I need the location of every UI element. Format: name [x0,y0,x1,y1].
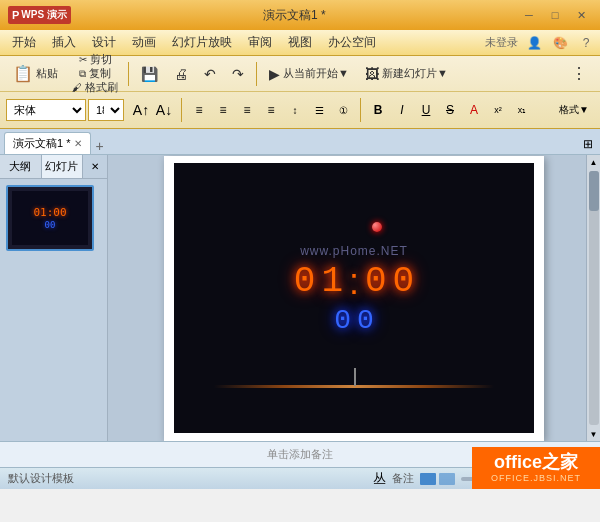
main-slide-area[interactable]: www.pHome.NET 0 1 : 0 0 0 0 [108,155,600,441]
format-painter-icon: 🖌 [72,82,82,93]
redo-button[interactable]: ↷ [225,60,251,88]
font-color-button[interactable]: A [463,99,485,121]
watermark-text: www.pHome.NET [300,244,408,258]
close-button[interactable]: ✕ [570,5,592,25]
outline-tab[interactable]: 大纲 [0,155,42,178]
start-slideshow-button[interactable]: ▶ 从当前开始▼ [262,60,356,88]
menu-start[interactable]: 开始 [4,32,44,54]
score-digit-2: 0 [365,264,387,300]
new-slide-icon: 🖼 [365,66,379,82]
print-button[interactable] [167,60,195,88]
separator1 [128,62,129,86]
tab-close-button[interactable]: ✕ [74,138,82,149]
new-slide-button[interactable]: 🖼 新建幻灯片▼ [358,60,455,88]
strikethrough-button[interactable]: S [439,99,461,121]
menu-design[interactable]: 设计 [84,32,124,54]
template-name: 默认设计模板 [8,471,74,486]
scroll-up-button[interactable]: ▲ [587,155,601,169]
toolbar1: 粘贴 ✂ 剪切 ⧉ 复制 🖌 格式刷 ↶ ↷ [0,56,600,92]
menu-review[interactable]: 审阅 [240,32,280,54]
italic-button[interactable]: I [391,99,413,121]
line-spacing-button[interactable]: ↕ [284,99,306,121]
paste-label: 粘贴 [36,66,58,81]
slide-content[interactable]: www.pHome.NET 0 1 : 0 0 0 0 [174,163,534,433]
paste-icon [13,64,33,83]
score-digit-0: 0 [294,264,316,300]
document-tab[interactable]: 演示文稿1 * ✕ [4,132,91,154]
titlebar: P WPS 演示 演示文稿1 * ─ □ ✕ [0,0,600,30]
align-left-button[interactable]: ≡ [188,99,210,121]
vertical-scrollbar[interactable]: ▲ ▼ [586,155,600,441]
undo-button[interactable]: ↶ [197,60,223,88]
bold-button[interactable]: B [367,99,389,121]
panel-tabs: 大纲 幻灯片 ✕ [0,155,107,179]
toolbar-area: 粘贴 ✂ 剪切 ⧉ 复制 🖌 格式刷 ↶ ↷ [0,56,600,129]
format-painter-button[interactable]: 🖌 格式刷 [67,81,123,94]
slide-container: www.pHome.NET 0 1 : 0 0 0 0 [164,156,544,441]
new-tab-button[interactable]: + [95,138,103,154]
view-icons [420,473,455,485]
slide-thumbnail-1[interactable]: 01:00 00 [6,185,94,251]
font-name-select[interactable]: 宋体 [6,99,86,121]
document-title: 演示文稿1 * [263,7,326,24]
not-logged-text: 未登录 [485,35,518,50]
scroll-track [589,171,599,425]
restore-button[interactable]: □ [544,5,566,25]
numbered-list-button[interactable]: ① [332,99,354,121]
window-controls: ─ □ ✕ [518,5,592,25]
office-watermark: office之家 OFFICE.JBSI.NET [472,447,600,489]
increase-font-button[interactable]: A↑ [130,99,152,121]
more-format-button[interactable]: 格式▼ [554,99,594,121]
close-panel-button[interactable]: ✕ [83,155,107,178]
cut-button[interactable]: ✂ 剪切 [67,53,123,66]
align-center-button[interactable]: ≡ [212,99,234,121]
tab-title: 演示文稿1 * [13,136,70,151]
scroll-down-button[interactable]: ▼ [587,427,601,441]
menu-office-space[interactable]: 办公空间 [320,32,384,54]
separator3 [181,98,182,122]
align-right-button[interactable]: ≡ [236,99,258,121]
menu-animation[interactable]: 动画 [124,32,164,54]
underline-button[interactable]: U [415,99,437,121]
paste-button[interactable]: 粘贴 [6,60,65,88]
minimize-button[interactable]: ─ [518,5,540,25]
notes-view-button[interactable]: 备注 [392,471,414,486]
sub-score-digit-0: 0 [334,307,351,335]
score-digit-3: 0 [393,264,415,300]
undo-icon: ↶ [204,66,216,82]
subscript-button[interactable]: x₁ [511,99,533,121]
tab-overflow-button[interactable]: ⊞ [580,136,596,152]
skin-icon[interactable]: 🎨 [550,33,570,53]
start-show-label: 从当前开始▼ [283,66,349,81]
cut-label: 剪切 [90,52,112,67]
menu-slideshow[interactable]: 幻灯片放映 [164,32,240,54]
expand-toolbar-button[interactable]: ⋮ [564,60,594,88]
decrease-font-button[interactable]: A↓ [153,99,175,121]
scroll-thumb[interactable] [589,171,599,211]
view-normal-button[interactable]: 丛 [373,470,386,488]
menu-insert[interactable]: 插入 [44,32,84,54]
statusbar: 默认设计模板 丛 备注 49 % - + office之家 OFFICE.JBS… [0,467,600,489]
list-button[interactable]: ☰ [308,99,330,121]
logo-text: WPS 演示 [21,8,67,22]
align-justify-button[interactable]: ≡ [260,99,282,121]
help-icon[interactable]: ? [576,33,596,53]
menu-view[interactable]: 视图 [280,32,320,54]
separator2 [256,62,257,86]
view-icon-2[interactable] [439,473,455,485]
thumb-inner-1: 01:00 00 [12,191,88,245]
office-sub-text: OFFICE.JBSI.NET [491,473,581,483]
left-panel: 大纲 幻灯片 ✕ 1 01:00 00 [0,155,108,441]
view-icon-1[interactable] [420,473,436,485]
save-button[interactable] [134,60,165,88]
score-colon: : [349,261,359,303]
font-size-select[interactable]: 18 [88,99,124,121]
toolbar2: 宋体 18 A↑ A↓ ≡ ≡ ≡ ≡ ↕ ☰ ① B I U S A x² [0,92,600,128]
copy-button[interactable]: ⧉ 复制 [67,67,123,80]
slides-tab[interactable]: 幻灯片 [42,155,84,178]
user-icon[interactable]: 👤 [524,33,544,53]
document-tabbar: 演示文稿1 * ✕ + ⊞ [0,129,600,155]
titlebar-left: P WPS 演示 [8,6,71,24]
cut-icon: ✂ [79,54,87,65]
superscript-button[interactable]: x² [487,99,509,121]
